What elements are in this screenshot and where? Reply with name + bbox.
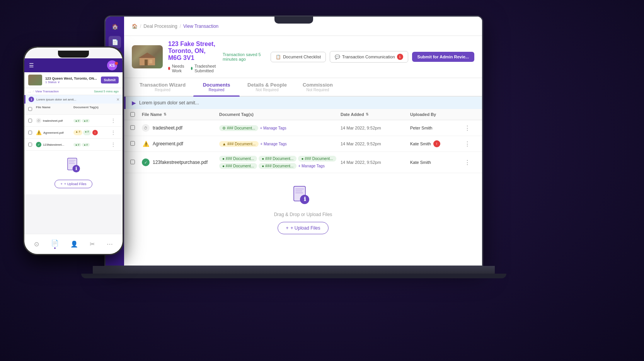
tab-details-people[interactable]: Details & People Not Required	[240, 78, 295, 96]
upload-area: ℹ Drag & Drop or Upload Files + + Upload…	[124, 173, 482, 246]
select-all-checkbox[interactable]	[130, 112, 135, 117]
phone-row1-checkbox[interactable]	[28, 117, 36, 124]
check-icon: ✓	[142, 158, 150, 166]
filename-sort-icon[interactable]: ⇅	[164, 112, 167, 116]
notification-dot	[115, 62, 118, 65]
manage-tags-link[interactable]: + Manage Tags	[298, 164, 324, 168]
tag-chip: ● ### Document...	[259, 156, 296, 162]
laptop-screen: 🏠 📄 👤 ✂ ⋯ 🏠 / Deal Processing / View Tra…	[106, 17, 482, 266]
col-tags: Document Tag(s)	[219, 112, 341, 117]
header-actions: Transaction saved 5 minutes ago 📋 Docume…	[223, 51, 474, 63]
plus-icon: +	[286, 225, 288, 231]
row1-uploader: Peter Smith	[410, 126, 464, 130]
col-actions	[464, 112, 476, 117]
document-checklist-button[interactable]: 📋 Document Checklist	[271, 52, 326, 62]
tab-transaction-wizard[interactable]: Transaction Wizard Required	[132, 78, 193, 96]
main-content: 🏠 / Deal Processing / View Transaction	[124, 17, 482, 266]
svg-rect-13	[69, 163, 75, 164]
phone-nav-docs[interactable]: 📄	[51, 239, 59, 249]
clock-icon: ⏱	[142, 124, 150, 132]
phone-row3-tags: ● # ● #	[73, 143, 111, 146]
phone-notification-close[interactable]: ✕	[116, 97, 119, 102]
manage-tags-link[interactable]: + Manage Tags	[260, 142, 286, 146]
property-info: 123 Fake Street, Toronto, ON, M6G 3V1 Ne…	[168, 41, 217, 73]
row3-checkbox[interactable]	[130, 159, 142, 166]
transaction-communication-button[interactable]: 💬 Transaction Communication 1	[330, 51, 408, 63]
phone-row3-more[interactable]: ⋮	[111, 142, 119, 147]
row2-tags: ▲ ### Document... + Manage Tags	[219, 141, 341, 147]
table-row: ⚠️ Agreement.pdf ▲ ### Document... + Man…	[124, 136, 482, 152]
tabs-bar: Transaction Wizard Required Documents Re…	[124, 78, 482, 97]
phone-topbar: ☰ KS	[24, 58, 123, 72]
warning-icon: ⚠️	[142, 140, 150, 148]
phone-row2-more[interactable]: ⋮	[111, 130, 119, 135]
laptop-bottom	[81, 274, 506, 278]
row3-uploader: Kate Smith	[410, 160, 464, 165]
phone-table-row: ⚠️ Agreement.pdf ▲ # ● # ! ⋮	[24, 127, 123, 139]
phone-status-dropdown[interactable]: 1 Status ∨	[45, 80, 98, 84]
row1-tags: ⚙ ### Document... + Manage Tags	[219, 125, 341, 131]
tag-chip-warning: ▲ ### Document...	[219, 141, 259, 147]
row2-filename: ⚠️ Agreement.pdf	[142, 140, 219, 148]
phone-table-row: ⏱ tradesheet.pdf ● # ● # ⋮	[24, 115, 123, 127]
tab-commission[interactable]: Commission Not Required	[295, 78, 341, 96]
phone-property-image	[28, 75, 42, 85]
row1-checkbox[interactable]	[130, 124, 142, 131]
phone-nav-commission[interactable]: ✂	[90, 240, 95, 248]
phone-upload-button[interactable]: + + Upload Files	[55, 180, 92, 188]
laptop-notch	[274, 17, 313, 24]
row1-date: 14 Mar 2022, 9:52pm	[341, 126, 410, 130]
phone-row2-filename: ⚠️ Agreement.pdf	[36, 130, 73, 135]
breadcrumb-parent[interactable]: Deal Processing	[143, 24, 177, 29]
phone-submit-button[interactable]: Submit	[101, 77, 119, 83]
upload-files-button[interactable]: + + Upload Files	[278, 222, 328, 234]
phone-view-transaction[interactable]: View Transaction	[35, 90, 59, 93]
phone-nav-more[interactable]: ⋯	[107, 240, 113, 248]
manage-tags-link[interactable]: + Manage Tags	[260, 126, 286, 130]
tab-documents[interactable]: Documents Required	[193, 78, 240, 96]
phone-row1-more[interactable]: ⋮	[111, 118, 119, 123]
submit-admin-button[interactable]: Submit for Admin Revie...	[412, 52, 474, 62]
phone-nav-people[interactable]: 👤	[70, 240, 78, 248]
phone-nav-commission-icon: ✂	[90, 240, 95, 248]
phone-table-row: ✓ 123fakestreet... ● # ● # ⋮	[24, 139, 123, 151]
row1-filename: ⏱ tradesheet.pdf	[142, 124, 219, 132]
alert-badge: !	[433, 140, 440, 147]
info-icon: ▶	[132, 100, 136, 106]
row3-more-button[interactable]: ⋮	[464, 159, 476, 166]
phone-row3-checkbox[interactable]	[28, 141, 36, 148]
drag-drop-text: Drag & Drop or Upload Files	[274, 212, 332, 217]
phone-menu-icon[interactable]: ☰	[29, 62, 34, 68]
phone-nav-home[interactable]: ⊙	[34, 240, 39, 248]
saved-status: Transaction saved 5 minutes ago	[223, 52, 267, 61]
laptop-body: 🏠 📄 👤 ✂ ⋯ 🏠 / Deal Processing / View Tra…	[104, 15, 483, 267]
property-badges: Needs Work Tradesheet Submitted	[168, 64, 217, 73]
phone-row2-checkbox[interactable]	[28, 129, 36, 136]
phone-body: ☰ KS 123 Queen West, Toronto, ON... 1 St…	[23, 46, 124, 255]
phone-bottom-nav: ⊙ 📄 👤 ✂ ⋯	[24, 234, 123, 254]
phone-screen: ☰ KS 123 Queen West, Toronto, ON... 1 St…	[24, 48, 123, 254]
row3-filename: ✓ 123fakestreetpurchase.pdf	[142, 158, 219, 166]
phone: ☰ KS 123 Queen West, Toronto, ON... 1 St…	[23, 46, 124, 255]
date-sort-icon[interactable]: ⇅	[366, 112, 369, 116]
row2-more-button[interactable]: ⋮	[464, 140, 476, 148]
table-row: ⏱ tradesheet.pdf ⚙ ### Document... + Man…	[124, 120, 482, 136]
svg-rect-5	[295, 189, 304, 189]
documents-table: File Name ⇅ Document Tag(s) Date Added ⇅…	[124, 109, 482, 266]
phone-nav-home-icon: ⊙	[34, 240, 39, 248]
row2-uploader: Kate Smith !	[410, 140, 464, 147]
phone-row1-filename: ⏱ tradesheet.pdf	[36, 118, 73, 123]
red-dot	[168, 67, 170, 70]
svg-rect-12	[69, 162, 74, 162]
row2-checkbox[interactable]	[130, 140, 142, 147]
upload-icon: ℹ	[291, 185, 315, 208]
sidebar-icon-home[interactable]: 🏠	[109, 20, 121, 33]
row1-more-button[interactable]: ⋮	[464, 124, 476, 132]
phone-col-checkbox	[28, 106, 36, 112]
breadcrumb-current: View Transaction	[183, 24, 218, 29]
col-filename: File Name ⇅	[142, 112, 219, 117]
phone-upload-area: ℹ + + Upload Files	[24, 151, 123, 194]
phone-info-icon: ℹ	[29, 97, 34, 102]
home-icon: 🏠	[132, 24, 138, 29]
green-dot	[191, 67, 193, 70]
